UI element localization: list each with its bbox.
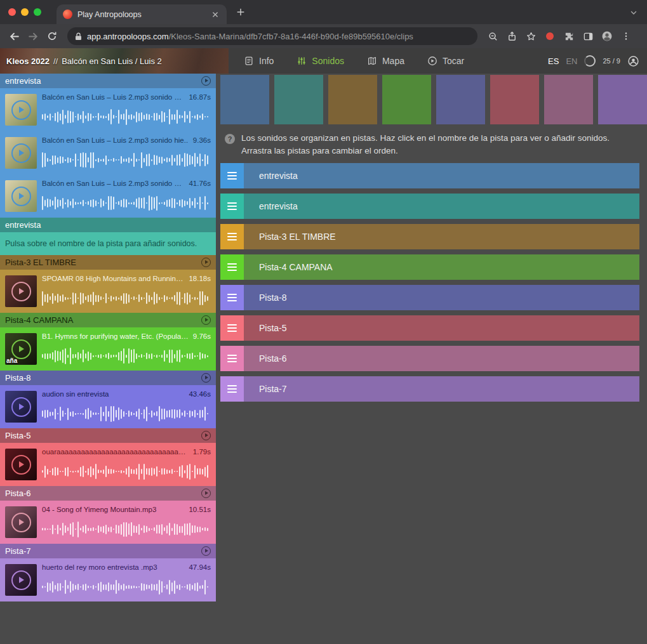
track-color-swatch[interactable]	[382, 75, 431, 124]
track-row-bar[interactable]: Pista-6	[244, 346, 639, 371]
clip-waveform[interactable]	[42, 341, 211, 371]
clip-item[interactable]: huerto del rey moro entrevista .mp3 47.9…	[0, 558, 216, 601]
track-play-button[interactable]	[201, 258, 211, 267]
track-header[interactable]: Pista-7	[0, 544, 216, 558]
clip-thumbnail[interactable]: aña	[5, 333, 37, 365]
zoom-icon[interactable]	[484, 27, 502, 45]
browser-menu-kebab-icon[interactable]	[617, 27, 635, 45]
clip-item[interactable]: aña B1. Hymns for purifying water, Etc. …	[0, 327, 216, 371]
fullscreen-window-button[interactable]	[34, 8, 41, 16]
clip-waveform[interactable]	[42, 284, 211, 313]
account-icon[interactable]	[627, 55, 639, 67]
track-header[interactable]: Pista-6	[0, 486, 216, 501]
track-row-bar[interactable]: entrevista	[244, 163, 639, 188]
clip-waveform[interactable]	[42, 457, 211, 486]
clip-thumbnail[interactable]	[5, 564, 37, 596]
track-row-bar[interactable]: Pista-8	[244, 285, 639, 310]
browser-tab[interactable]: Play Antropoloops	[57, 4, 227, 24]
track-color-swatch[interactable]	[490, 75, 539, 124]
track-header[interactable]: Pista-8	[0, 371, 216, 385]
clip-waveform[interactable]	[42, 515, 211, 544]
track-play-button[interactable]	[201, 431, 211, 440]
track-color-swatch[interactable]	[436, 75, 485, 124]
clip-thumbnail[interactable]	[5, 94, 37, 126]
track-row[interactable]: Pista-7	[220, 376, 639, 402]
track-row[interactable]: Pista-8	[220, 285, 639, 310]
tab-close-icon[interactable]	[210, 10, 220, 20]
track-row-handle[interactable]	[220, 194, 244, 219]
clip-item[interactable]: Balcón en San Luis – Luis 2.mp3 sonido h…	[0, 131, 216, 174]
share-icon[interactable]	[503, 27, 521, 45]
lang-en-button[interactable]: EN	[566, 56, 577, 66]
reload-button[interactable]	[43, 27, 61, 45]
track-row[interactable]: entrevista	[220, 163, 639, 188]
back-button[interactable]	[5, 27, 23, 45]
track-row[interactable]: Pista-5	[220, 315, 639, 341]
side-panel-icon[interactable]	[579, 27, 597, 45]
track-header[interactable]: entrevista	[0, 74, 216, 88]
clip-thumbnail[interactable]	[5, 275, 37, 307]
clip-thumbnail[interactable]	[5, 506, 37, 538]
clip-item[interactable]: Balcón en San Luis – Luis 2.mp3 sonido h…	[0, 174, 216, 218]
clip-waveform[interactable]	[42, 399, 211, 428]
track-play-button[interactable]	[201, 489, 211, 498]
track-row-bar[interactable]: Pista-5	[244, 315, 639, 341]
track-color-swatch[interactable]	[544, 75, 593, 124]
profile-avatar[interactable]	[598, 27, 616, 45]
clip-item[interactable]: ouaraaaaaaaaaaaaaaaaaaaaaaaaaaaaaaaa... …	[0, 443, 216, 486]
clip-item[interactable]: Balcón en San Luis – Luis 2.mp3 sonido h…	[0, 88, 216, 131]
bookmark-star-icon[interactable]	[522, 27, 540, 45]
track-row-handle[interactable]	[220, 376, 244, 402]
tab-tocar[interactable]: Tocar	[427, 56, 464, 66]
track-header[interactable]: Pista-3 EL TIMBRE	[0, 255, 216, 270]
tab-sonidos[interactable]: Sonidos	[297, 56, 344, 66]
track-row-handle[interactable]	[220, 163, 244, 188]
tab-mapa[interactable]: Mapa	[367, 56, 404, 66]
track-row-bar[interactable]: entrevista	[244, 194, 639, 219]
track-row-handle[interactable]	[220, 346, 244, 371]
track-row[interactable]: Pista-6	[220, 346, 639, 371]
track-color-swatch[interactable]	[598, 75, 647, 124]
close-window-button[interactable]	[8, 8, 16, 16]
track-row[interactable]: Pista-3 EL TIMBRE	[220, 224, 639, 249]
clip-item[interactable]: SPOAMR 08 High Mountains and Running ...…	[0, 270, 216, 313]
record-extension-icon[interactable]	[546, 32, 554, 40]
new-tab-button[interactable]	[236, 7, 246, 17]
track-row-bar[interactable]: Pista-7	[244, 376, 639, 402]
minimize-window-button[interactable]	[21, 8, 29, 16]
tab-search-chevron-icon[interactable]	[629, 8, 638, 17]
track-play-button[interactable]	[201, 373, 211, 383]
forward-button[interactable]	[24, 27, 42, 45]
track-row[interactable]: Pista-4 CAMPANA	[220, 254, 639, 280]
clip-item[interactable]: 04 - Song of Yimeng Mountain.mp3 10.51s	[0, 501, 216, 544]
track-row-bar[interactable]: Pista-4 CAMPANA	[244, 254, 639, 280]
track-row-handle[interactable]	[220, 285, 244, 310]
clip-thumbnail[interactable]	[5, 449, 37, 480]
track-row-bar[interactable]: Pista-3 EL TIMBRE	[244, 224, 639, 249]
breadcrumb-project[interactable]: Kleos 2022	[6, 56, 50, 66]
track-color-swatch[interactable]	[220, 75, 269, 124]
track-play-button[interactable]	[201, 76, 211, 86]
track-play-button[interactable]	[201, 315, 211, 325]
track-row-handle[interactable]	[220, 224, 244, 249]
clip-waveform[interactable]	[42, 102, 211, 131]
clip-item[interactable]: audion sin entrevista 43.46s	[0, 385, 216, 428]
breadcrumb[interactable]: Kleos 2022 // Balcón en San Luis / Luis …	[0, 48, 229, 74]
extensions-puzzle-icon[interactable]	[560, 27, 578, 45]
clip-waveform[interactable]	[42, 188, 211, 218]
address-bar[interactable]: app.antropoloops.com/Kleos-Santa-Marina/…	[67, 27, 477, 45]
track-play-button[interactable]	[201, 546, 211, 556]
clip-thumbnail[interactable]	[5, 137, 37, 169]
track-header[interactable]: Pista-5	[0, 428, 216, 443]
lang-es-button[interactable]: ES	[548, 56, 559, 66]
clip-waveform[interactable]	[42, 572, 211, 601]
track-row-handle[interactable]	[220, 254, 244, 280]
track-header[interactable]: entrevista	[0, 218, 216, 232]
track-header[interactable]: Pista-4 CAMPANA	[0, 313, 216, 327]
clip-thumbnail[interactable]	[5, 391, 37, 423]
clip-waveform[interactable]	[42, 145, 211, 174]
track-row-handle[interactable]	[220, 315, 244, 341]
track-color-swatch[interactable]	[274, 75, 323, 124]
track-color-swatch[interactable]	[328, 75, 377, 124]
tab-info[interactable]: Info	[244, 56, 274, 66]
